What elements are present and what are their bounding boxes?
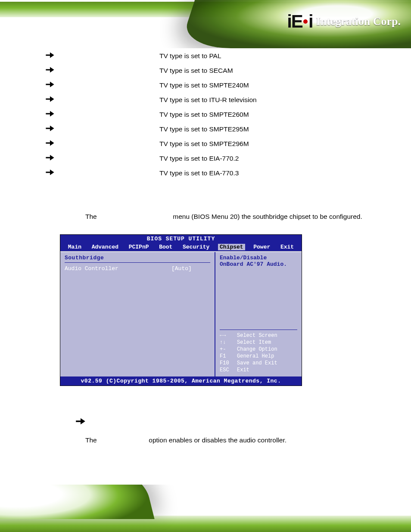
list-item: TV type is set to EIA-770.2 [43,154,385,163]
bios-setting-row[interactable]: Audio Controller [Auto] [65,265,210,272]
bios-group-title: Southbridge [65,255,210,261]
bios-title: BIOS SETUP UTILITY [60,235,302,243]
bios-key-legend: ←→Select Screen↑↓Select Item+-Change Opt… [220,329,297,374]
audio-controller-bullet [76,417,385,427]
bios-tab[interactable]: Boot [157,244,174,250]
bios-key-shortcut: F1 [220,353,237,359]
bios-key-desc: Select Item [237,339,271,345]
list-item: TV type is set to SMPTE240M [43,81,385,90]
para1-pre: The [85,213,97,220]
bios-key-row: ←→Select Screen [220,333,297,339]
logo-mark: iE i [287,11,312,32]
logo-text-prefix: iE [287,11,302,32]
list-item-label: TV type is set to ITU-R television [159,96,385,104]
logo-text-suffix: i [308,11,313,32]
brand-logo: iE i Integration Corp. [287,11,401,32]
para1-post: menu (BIOS Menu 20) the southbridge chip… [173,213,362,220]
arrow-right-icon [43,169,90,177]
bios-setting-label: Audio Controller [65,265,171,272]
tv-type-list: TV type is set to PALTV type is set to S… [43,52,385,177]
list-item-label: TV type is set to SMPTE260M [159,111,385,118]
para2-pre: The [85,436,97,444]
arrow-right-icon [43,125,90,134]
header-decor: iE i Integration Corp. [0,0,411,48]
bios-key-shortcut: ESC [220,367,237,373]
list-item: TV type is set to SECAM [43,66,385,75]
bios-right-pane: Enable/Disable OnBoard AC'97 Audio. ←→Se… [215,252,302,376]
bios-tab[interactable]: Advanced [90,244,120,250]
bios-key-row: F1General Help [220,353,297,359]
bios-footer: v02.59 (C)Copyright 1985-2005, American … [60,376,302,386]
bios-tab[interactable]: Security [181,244,211,250]
bios-key-shortcut: ↑↓ [220,339,237,345]
list-item-label: TV type is set to SMPTE296M [159,140,385,148]
footer-decor [0,485,411,532]
list-item: TV type is set to EIA-770.3 [43,169,385,177]
bios-help-text: Enable/Disable OnBoard AC'97 Audio. [220,255,297,268]
bios-tab[interactable]: PCIPnP [127,244,151,250]
bios-key-desc: Exit [237,367,249,373]
logo-company-text: Integration Corp. [316,15,401,28]
list-item: TV type is set to SMPTE296M [43,140,385,148]
para2-post: option enables or disables the audio con… [149,436,286,444]
arrow-right-icon [43,96,90,104]
bios-help-line: OnBoard AC'97 Audio. [220,261,297,268]
list-item-label: TV type is set to PAL [159,52,385,60]
bios-tab-bar: MainAdvancedPCIPnPBootSecurityChipsetPow… [60,243,302,252]
arrow-right-icon [43,154,90,163]
bios-key-row: F10Save and Exit [220,360,297,366]
logo-dot-icon [303,19,308,24]
bios-key-shortcut: F10 [220,360,237,366]
bios-key-desc: Select Screen [237,333,277,339]
arrow-right-icon [43,52,90,60]
bios-key-desc: Change Option [237,346,277,352]
bios-setting-value: [Auto] [171,265,210,272]
southbridge-intro-paragraph: The menu (BIOS Menu 20) the southbridge … [85,210,385,223]
bios-tab[interactable]: Main [66,244,83,250]
arrow-right-icon [43,110,90,119]
list-item-label: TV type is set to EIA-770.3 [159,169,385,177]
bios-screenshot: BIOS SETUP UTILITY MainAdvancedPCIPnPBoo… [60,235,302,386]
list-item: TV type is set to SMPTE295M [43,125,385,134]
bios-tab[interactable]: Chipset [218,244,245,250]
bios-key-shortcut: +- [220,346,237,352]
list-item: TV type is set to PAL [43,52,385,60]
audio-controller-paragraph: The option enables or disables the audio… [85,436,385,444]
list-item: TV type is set to ITU-R television [43,96,385,104]
bios-key-desc: General Help [237,353,274,359]
bios-left-pane: Southbridge Audio Controller [Auto] [60,252,215,376]
list-item: TV type is set to SMPTE260M [43,110,385,119]
bios-key-row: ↑↓Select Item [220,339,297,345]
bios-key-row: ESCExit [220,367,297,373]
list-item-label: TV type is set to SECAM [159,67,385,75]
list-item-label: TV type is set to EIA-770.2 [159,155,385,162]
bios-key-row: +-Change Option [220,346,297,352]
bios-key-desc: Save and Exit [237,360,277,366]
arrow-right-icon [76,417,85,427]
list-item-label: TV type is set to SMPTE295M [159,125,385,133]
arrow-right-icon [43,66,90,75]
bios-tab[interactable]: Exit [279,244,296,250]
arrow-right-icon [43,81,90,90]
list-item-label: TV type is set to SMPTE240M [159,81,385,89]
bios-tab[interactable]: Power [252,244,272,250]
bios-help-line: Enable/Disable [220,255,297,261]
page-body: TV type is set to PALTV type is set to S… [0,52,411,480]
bios-key-shortcut: ←→ [220,333,237,339]
arrow-right-icon [43,140,90,148]
